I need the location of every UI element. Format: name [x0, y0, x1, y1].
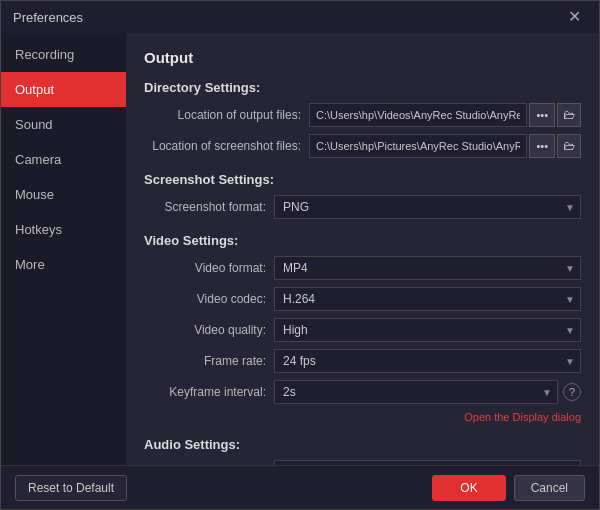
video-format-label: Video format:: [144, 261, 274, 275]
directory-section-title: Directory Settings:: [144, 80, 581, 95]
screenshot-format-select-wrap: PNG JPG BMP GIF ▼: [274, 195, 581, 219]
audio-format-select-wrap: MP3AACFLACWAV ▼: [274, 460, 581, 465]
sidebar-item-recording[interactable]: Recording: [1, 37, 126, 72]
content-area: Recording Output Sound Camera Mouse Hotk…: [1, 33, 599, 465]
video-quality-select[interactable]: HighMediumLow: [274, 318, 581, 342]
output-dir-dots-button[interactable]: •••: [529, 103, 555, 127]
sidebar-item-sound[interactable]: Sound: [1, 107, 126, 142]
sidebar-item-more[interactable]: More: [1, 247, 126, 282]
screenshot-dir-row: Location of screenshot files: ••• 🗁: [144, 134, 581, 158]
screenshot-dir-dots-button[interactable]: •••: [529, 134, 555, 158]
ok-button[interactable]: OK: [432, 475, 505, 501]
main-panel: Output Directory Settings: Location of o…: [126, 33, 599, 465]
framerate-select-wrap: 24 fps30 fps60 fps ▼: [274, 349, 581, 373]
sidebar-item-output[interactable]: Output: [1, 72, 126, 107]
audio-section-title: Audio Settings:: [144, 437, 581, 452]
sidebar-item-hotkeys[interactable]: Hotkeys: [1, 212, 126, 247]
video-format-row: Video format: MP4MOVAVIMKV ▼: [144, 256, 581, 280]
screenshot-format-select[interactable]: PNG JPG BMP GIF: [274, 195, 581, 219]
keyframe-select[interactable]: 2s5s10s: [274, 380, 558, 404]
video-section-title: Video Settings:: [144, 233, 581, 248]
video-format-select[interactable]: MP4MOVAVIMKV: [274, 256, 581, 280]
keyframe-help-button[interactable]: ?: [563, 383, 581, 401]
display-dialog-link[interactable]: Open the Display dialog: [144, 411, 581, 423]
framerate-row: Frame rate: 24 fps30 fps60 fps ▼: [144, 349, 581, 373]
screenshot-section-title: Screenshot Settings:: [144, 172, 581, 187]
sidebar-item-mouse[interactable]: Mouse: [1, 177, 126, 212]
screenshot-dir-folder-button[interactable]: 🗁: [557, 134, 581, 158]
output-dir-input[interactable]: [309, 103, 527, 127]
video-format-select-wrap: MP4MOVAVIMKV ▼: [274, 256, 581, 280]
video-quality-label: Video quality:: [144, 323, 274, 337]
titlebar: Preferences ✕: [1, 1, 599, 33]
keyframe-label: Keyframe interval:: [144, 385, 274, 399]
video-codec-row: Video codec: H.264H.265VP8VP9 ▼: [144, 287, 581, 311]
framerate-select[interactable]: 24 fps30 fps60 fps: [274, 349, 581, 373]
output-dir-label: Location of output files:: [144, 108, 309, 122]
footer: Reset to Default OK Cancel: [1, 465, 599, 509]
page-title: Output: [144, 49, 581, 66]
framerate-label: Frame rate:: [144, 354, 274, 368]
video-codec-select-wrap: H.264H.265VP8VP9 ▼: [274, 287, 581, 311]
screenshot-format-label: Screenshot format:: [144, 200, 274, 214]
window-title: Preferences: [13, 10, 83, 25]
video-quality-select-wrap: HighMediumLow ▼: [274, 318, 581, 342]
video-quality-row: Video quality: HighMediumLow ▼: [144, 318, 581, 342]
output-dir-row: Location of output files: ••• 🗁: [144, 103, 581, 127]
sidebar: Recording Output Sound Camera Mouse Hotk…: [1, 33, 126, 465]
audio-format-select[interactable]: MP3AACFLACWAV: [274, 460, 581, 465]
reset-button[interactable]: Reset to Default: [15, 475, 127, 501]
close-button[interactable]: ✕: [562, 7, 587, 27]
output-dir-folder-button[interactable]: 🗁: [557, 103, 581, 127]
footer-actions: OK Cancel: [432, 475, 585, 501]
screenshot-dir-label: Location of screenshot files:: [144, 139, 309, 153]
keyframe-select-wrap: 2s5s10s ▼: [274, 380, 558, 404]
video-codec-select[interactable]: H.264H.265VP8VP9: [274, 287, 581, 311]
keyframe-row: Keyframe interval: 2s5s10s ▼ ?: [144, 380, 581, 404]
sidebar-item-camera[interactable]: Camera: [1, 142, 126, 177]
preferences-window: Preferences ✕ Recording Output Sound Cam…: [0, 0, 600, 510]
screenshot-dir-input[interactable]: [309, 134, 527, 158]
cancel-button[interactable]: Cancel: [514, 475, 585, 501]
screenshot-format-row: Screenshot format: PNG JPG BMP GIF ▼: [144, 195, 581, 219]
video-codec-label: Video codec:: [144, 292, 274, 306]
